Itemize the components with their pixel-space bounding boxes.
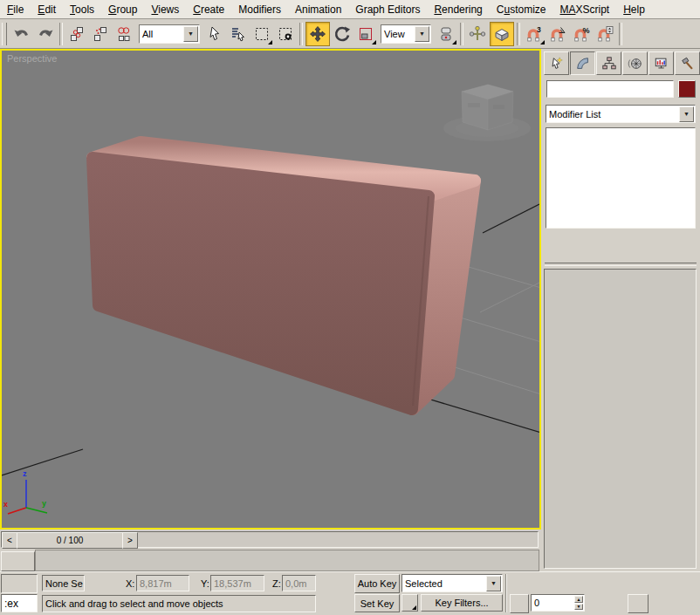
menu-views[interactable]: Views	[144, 1, 186, 18]
snaps-toggle-3d-button[interactable]: 3	[523, 23, 546, 45]
rectangular-selection-region-button[interactable]	[250, 23, 273, 45]
reference-coordinate-system-dropdown[interactable]: View▼	[381, 24, 431, 44]
menu-group[interactable]: Group	[101, 1, 144, 18]
set-key-button[interactable]: Set Key	[354, 594, 400, 612]
rectangular-selection-region-icon	[253, 25, 271, 43]
selection-filter-arrow-icon[interactable]: ▼	[183, 26, 198, 42]
y-coordinate-field[interactable]: 18,537m	[210, 575, 264, 591]
select-by-name-button[interactable]	[227, 23, 250, 45]
menu-graph-editors[interactable]: Graph Editors	[348, 1, 427, 18]
toolbar-separator	[619, 23, 622, 45]
frame-spinner[interactable]: ▲ ▼	[574, 596, 583, 610]
selection-status-field: None Se	[42, 575, 85, 591]
menu-rendering[interactable]: Rendering	[427, 1, 489, 18]
menu-file[interactable]: File	[0, 1, 31, 18]
select-object-button[interactable]	[203, 23, 226, 45]
menu-animation[interactable]: Animation	[288, 1, 348, 18]
select-and-link-button[interactable]	[65, 23, 88, 45]
status-separator	[505, 574, 507, 612]
select-and-manipulate-button[interactable]	[466, 23, 489, 45]
selection-filter-dropdown[interactable]: All▼	[139, 24, 200, 44]
key-filters-button[interactable]: Key Filters...	[421, 594, 503, 612]
select-and-move-button[interactable]	[305, 22, 330, 46]
current-frame-field[interactable]: 0 ▲ ▼	[531, 594, 585, 612]
time-slider-prev-button[interactable]: <	[2, 532, 17, 549]
snaps-toggle-3d-icon: 3	[525, 25, 543, 43]
spinner-down-icon[interactable]: ▼	[574, 604, 583, 611]
open-mini-curve-editor-button[interactable]	[1, 551, 35, 571]
x-coordinate-field[interactable]: 8,817m	[136, 575, 189, 591]
auto-key-button[interactable]: Auto Key	[354, 574, 400, 593]
modifier-list-value: Modifier List	[546, 109, 679, 120]
menu-tools[interactable]: Tools	[63, 1, 101, 18]
object-color-swatch[interactable]	[678, 80, 696, 98]
reference-coordinate-system-arrow-icon[interactable]: ▼	[415, 26, 429, 42]
tab-modify[interactable]	[570, 51, 595, 75]
select-and-scale-button[interactable]	[354, 23, 377, 45]
svg-text:3: 3	[537, 25, 541, 34]
spinner-snap-toggle-icon	[596, 25, 614, 43]
viewport-label[interactable]: Perspective	[7, 53, 57, 64]
utilities-tab-icon	[680, 56, 696, 72]
command-panel-tabs	[541, 49, 700, 75]
viewport-canvas[interactable]: z x y	[2, 51, 539, 528]
time-slider-next-button[interactable]: >	[122, 532, 138, 549]
modifier-list-arrow-icon[interactable]: ▼	[679, 106, 694, 122]
viewcube[interactable]	[443, 85, 531, 141]
toolbar-separator	[299, 23, 303, 45]
maxscript-listener-pink-row[interactable]	[1, 574, 38, 593]
y-label: Y:	[201, 578, 209, 589]
3dsmax-window: FileEditToolsGroupViewsCreateModifiersAn…	[0, 0, 700, 615]
angle-snap-toggle-button[interactable]	[546, 23, 569, 45]
redo-button[interactable]	[34, 23, 57, 45]
select-and-manipulate-icon	[469, 25, 486, 43]
panel-separator	[545, 263, 697, 266]
spinner-up-icon[interactable]: ▲	[574, 596, 583, 603]
time-slider-handle[interactable]: 0 / 100	[17, 532, 123, 549]
undo-button[interactable]	[10, 23, 33, 45]
percent-snap-toggle-button[interactable]: %	[570, 23, 593, 45]
track-bar-ruler[interactable]	[35, 550, 539, 571]
key-mode-toggle-button[interactable]	[510, 594, 529, 613]
selection-lock-toggle[interactable]	[88, 575, 104, 591]
modifier-stack-list[interactable]	[546, 127, 696, 229]
absolute-mode-transform-toggle[interactable]	[108, 575, 124, 591]
keyboard-shortcut-override-button[interactable]	[490, 22, 514, 46]
bind-to-space-warp-button[interactable]	[113, 23, 135, 45]
maxscript-listener-input[interactable]: :ex	[1, 594, 38, 612]
tab-create[interactable]	[544, 51, 569, 75]
set-keys-button[interactable]	[319, 575, 352, 612]
track-bar-row	[0, 550, 541, 571]
tab-utilities[interactable]	[675, 51, 700, 75]
use-pivot-point-center-button[interactable]	[435, 23, 457, 45]
scene-object-box[interactable]	[93, 142, 475, 409]
svg-text:z: z	[23, 469, 27, 478]
object-name-input[interactable]	[546, 80, 674, 98]
key-mode-dropdown[interactable]: Selected ▼	[401, 574, 503, 592]
window-crossing-toggle-button[interactable]	[274, 23, 297, 45]
selection-filter-value: All	[140, 29, 183, 39]
bind-to-space-warp-icon	[115, 25, 133, 43]
select-by-name-icon	[230, 25, 247, 43]
select-and-rotate-button[interactable]	[331, 23, 353, 45]
menu-edit[interactable]: Edit	[31, 1, 63, 18]
toolbar-separator	[59, 23, 63, 45]
default-in-out-tangents-button[interactable]	[401, 594, 418, 612]
viewport-perspective[interactable]: z x y Perspective	[0, 49, 541, 530]
menu-maxscript[interactable]: MAXScript	[553, 1, 617, 18]
tab-display[interactable]	[649, 51, 674, 75]
tab-motion[interactable]	[622, 51, 648, 75]
z-coordinate-field[interactable]: 0,0m	[282, 575, 316, 591]
unlink-selection-button[interactable]	[89, 23, 112, 45]
toolbar-grip[interactable]	[2, 23, 7, 45]
menu-create[interactable]: Create	[186, 1, 231, 18]
modifier-list-dropdown[interactable]: Modifier List ▼	[546, 105, 696, 123]
menu-help[interactable]: Help	[616, 1, 652, 18]
key-mode-arrow-icon[interactable]: ▼	[486, 576, 501, 591]
tab-hierarchy[interactable]	[596, 51, 621, 75]
menu-customize[interactable]: Customize	[490, 1, 553, 18]
toolbar-separator	[517, 23, 520, 45]
spinner-snap-toggle-button[interactable]	[594, 23, 616, 45]
command-panel: Modifier List ▼	[541, 49, 700, 571]
menu-modifiers[interactable]: Modifiers	[231, 1, 288, 18]
